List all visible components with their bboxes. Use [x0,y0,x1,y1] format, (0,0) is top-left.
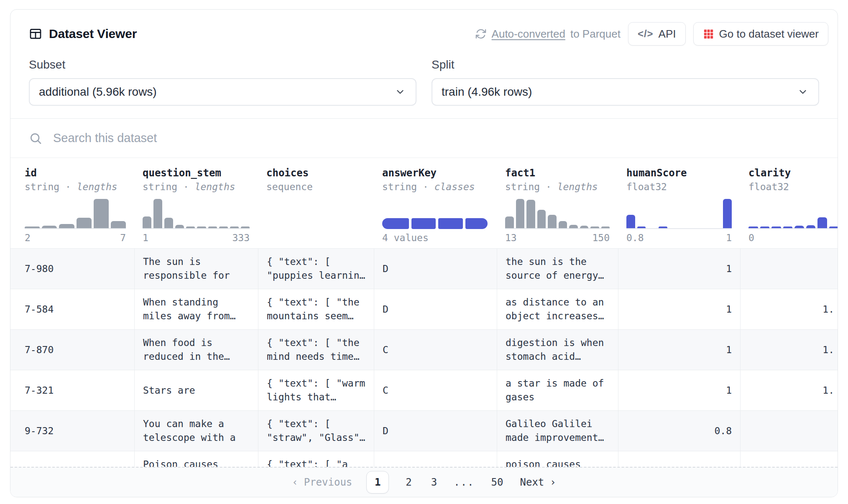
cell-question_stem: Stars are [134,370,258,410]
page-3-button[interactable]: 3 [429,476,439,488]
code-icon: </> [638,28,654,40]
column-type: float32 [626,181,732,192]
cell-humanScore: 1 [618,289,740,329]
class-segment [411,218,436,229]
histogram-bar [748,227,758,228]
column-name: choices [266,167,365,179]
refresh-icon [475,28,487,40]
cell-id: 9-782 [10,451,134,467]
cell-answerKey: D [374,249,497,289]
table-row: 9-732You can make a telescope with a{ "t… [10,411,838,451]
histogram-bar [659,227,667,228]
axis-labels: 27 [25,232,126,243]
split-select[interactable]: train (4.96k rows) [432,78,819,106]
histogram-bar [601,227,610,228]
axis-labels: 13150 [505,232,610,243]
cell-answerKey: C [374,330,497,370]
dataset-viewer-card: Dataset Viewer Auto-converted to Parquet… [10,9,838,497]
cell-fact1: a star is made of gases [497,370,618,410]
page-50-button[interactable]: 50 [489,476,506,488]
axis-labels: 4 values [382,232,488,243]
table-row: 7-321Stars are{ "text": [ "warm lights t… [10,370,838,411]
cell-fact1: the sun is the source of energy… [497,249,618,289]
histogram-bar [537,210,546,228]
cell-answerKey: C [374,370,497,410]
histogram-bar [111,221,126,228]
selectors-section: Subset additional (5.96k rows) Split tra… [10,48,838,118]
axis-labels: 0 [748,232,838,243]
cell-fact1: as distance to an object increases… [497,289,618,329]
cell-clarity: 1. [740,289,838,329]
classes-bar [382,199,488,229]
histogram-bar [548,215,557,228]
histogram-bar [637,227,646,228]
table-row: 7-584When standing miles away from…{ "te… [10,289,838,330]
cell-choices: { "text": [ "the mind needs time… [258,330,374,370]
column-header-answerKey: answerKeystring · classes4 values [374,158,497,248]
histogram-bar [175,225,184,228]
auto-converted-link[interactable]: Auto-converted [492,28,565,41]
previous-page-button[interactable]: ‹Previous [292,476,352,488]
cell-answerKey: A [374,451,497,467]
subset-select[interactable]: additional (5.96k rows) [29,78,416,106]
chevron-right-icon: › [550,476,556,488]
goto-dataset-viewer-button[interactable]: Go to dataset viewer [693,22,828,46]
column-type: string · lengths [143,181,250,192]
histogram-bar [77,218,92,228]
column-header-fact1: fact1string · lengths13150 [497,158,618,248]
histogram [505,199,610,229]
histogram-bar [164,218,173,228]
cell-question_stem: You can make a telescope with a [134,411,258,451]
histogram-bar [723,199,732,228]
subset-label: Subset [29,58,416,71]
column-header-id: idstring · lengths27 [10,158,134,248]
column-name: clarity [748,167,838,179]
column-header-clarity: clarityfloat320 [740,158,838,248]
histogram-bar [186,227,195,228]
cell-choices: { "text": [ "straw", "Glass"… [258,411,374,451]
histogram [25,199,126,229]
histogram-bar [806,225,816,228]
cell-clarity [740,249,838,289]
page-1-button[interactable]: 1 [366,471,389,494]
histogram-bar [241,227,250,228]
table-row: 7-980The sun is responsible for{ "text":… [10,249,838,289]
cell-answerKey: D [374,411,497,451]
cell-choices: { "text": [ "the mountains seem… [258,289,374,329]
search-icon [29,132,42,145]
cell-choices: { "text": [ "puppies learnin… [258,249,374,289]
cell-question_stem: When standing miles away from… [134,289,258,329]
red-grid-icon [703,28,714,40]
next-page-button[interactable]: Next› [520,476,556,488]
data-table: idstring · lengths27question_stemstring … [10,158,838,467]
histogram-bar [760,227,770,228]
cell-humanScore: 1 [618,330,740,370]
column-name: answerKey [382,167,488,179]
split-value: train (4.96k rows) [442,85,532,99]
histogram [748,199,838,229]
subset-value: additional (5.96k rows) [39,85,157,99]
histogram-bar [143,216,151,228]
histogram-bar [783,227,793,228]
cell-clarity: 1. [740,330,838,370]
empty-viz [266,199,365,229]
histogram-bar [580,226,589,228]
cell-clarity: 1. [740,451,838,467]
api-button[interactable]: </> API [628,22,686,46]
page-2-button[interactable]: 2 [403,476,414,488]
search-input[interactable] [53,131,819,145]
table-row: 7-870When food is reduced in the…{ "text… [10,330,838,370]
cell-question_stem: When food is reduced in the… [134,330,258,370]
pagination-bar: ‹Previous123...50Next› [10,467,838,497]
column-name: question_stem [143,167,250,179]
histogram-bar [505,216,514,228]
pagination-ellipsis: ... [454,476,474,488]
histogram-bar [230,227,239,228]
histogram-bar [219,227,228,228]
histogram-bar [569,225,578,228]
api-button-label: API [659,28,676,41]
chevron-left-icon: ‹ [292,476,298,488]
cell-id: 7-870 [10,330,134,370]
column-header-question_stem: question_stemstring · lengths1333 [134,158,258,248]
cell-humanScore: 1 [618,451,740,467]
